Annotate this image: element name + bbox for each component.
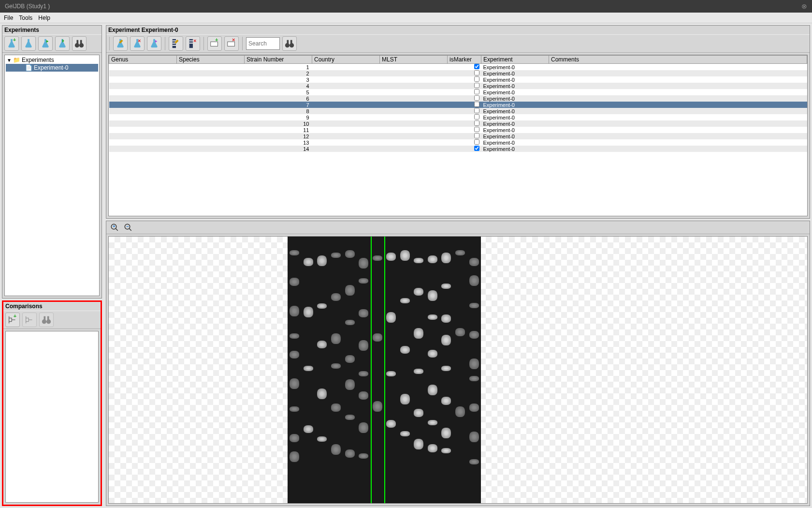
svg-rect-3 [77, 40, 79, 44]
flask-button[interactable] [21, 36, 36, 51]
svg-text:×: × [232, 38, 235, 43]
tree-dup-button[interactable] [22, 313, 37, 327]
svg-text:−: − [126, 224, 129, 229]
tree-add-button[interactable]: + [5, 313, 20, 327]
svg-text:+: + [13, 38, 16, 43]
table-row[interactable]: 3Experiment-0 [109, 76, 807, 83]
comparisons-panel-title: Comparisons [3, 302, 101, 311]
experiments-panel-title: Experiments [2, 26, 102, 34]
tag-delete-button[interactable]: × [224, 36, 239, 51]
ismarker-checkbox[interactable] [474, 139, 479, 145]
ismarker-checkbox[interactable] [474, 108, 479, 113]
lane-marker-left[interactable] [371, 237, 372, 503]
binoculars-button-comparisons[interactable] [39, 313, 54, 327]
ismarker-checkbox[interactable] [474, 114, 479, 120]
flask-export-button[interactable] [55, 36, 70, 51]
svg-rect-17 [189, 43, 193, 44]
gel-viewer-panel: + − [106, 221, 810, 506]
table-row[interactable]: 13Experiment-0 [109, 139, 807, 146]
ismarker-checkbox[interactable] [474, 89, 479, 94]
window-titlebar: GelJDB (Study1 ) ⊗ [0, 0, 812, 13]
col-strain[interactable]: Strain Number [245, 56, 312, 64]
table-row[interactable]: 6Experiment-0 [109, 95, 807, 102]
tag-add-button[interactable]: + [207, 36, 222, 51]
col-country[interactable]: Country [312, 56, 380, 64]
svg-rect-12 [173, 41, 176, 42]
table-row[interactable]: 12Experiment-0 [109, 133, 807, 139]
experiment-toolbar: × × + × [106, 34, 810, 53]
menu-tools[interactable]: Tools [19, 15, 32, 21]
ismarker-checkbox[interactable] [474, 83, 479, 88]
ismarker-checkbox[interactable] [474, 146, 479, 151]
table-row[interactable]: 5Experiment-0 [109, 89, 807, 95]
experiment-detail-title: Experiment Experiment-0 [106, 26, 810, 34]
tree-item-experiment-0[interactable]: 📄 Experiment-0 [6, 64, 98, 72]
binoculars-button[interactable] [72, 36, 87, 51]
lane-marker-right[interactable] [384, 237, 385, 503]
table-row[interactable]: 2Experiment-0 [109, 70, 807, 76]
window-title: GelJDB (Study1 ) [5, 0, 50, 13]
col-genus[interactable]: Genus [109, 56, 177, 64]
strains-table[interactable]: Genus Species Strain Number Country MLST… [109, 55, 807, 152]
flask-edit-button[interactable] [113, 36, 128, 51]
col-species[interactable]: Species [177, 56, 245, 64]
experiments-tree[interactable]: ▼ 📁 Experiments 📄 Experiment-0 [4, 55, 100, 296]
svg-point-1 [75, 43, 79, 47]
comparisons-tree[interactable] [5, 331, 99, 503]
svg-rect-16 [189, 41, 193, 42]
binoculars-search-button[interactable] [282, 36, 297, 51]
experiment-detail-panel: Experiment Experiment-0 × × + × [106, 25, 810, 219]
strains-table-wrap: Genus Species Strain Number Country MLST… [108, 55, 808, 216]
ismarker-checkbox[interactable] [474, 64, 479, 69]
svg-text:+: + [113, 224, 115, 229]
flask-add-button[interactable]: + [4, 36, 19, 51]
col-ismarker[interactable]: isMarker [448, 56, 481, 64]
ismarker-checkbox[interactable] [474, 127, 479, 132]
search-input[interactable] [246, 37, 280, 50]
ismarker-checkbox[interactable] [474, 70, 479, 75]
bands-edit-button[interactable] [169, 36, 183, 51]
col-comments[interactable]: Comments [549, 56, 807, 64]
col-mlst[interactable]: MLST [380, 56, 448, 64]
bands-delete-button[interactable]: × [186, 36, 200, 51]
svg-text:+: + [14, 314, 16, 319]
svg-line-31 [129, 228, 131, 231]
table-row[interactable]: 10Experiment-0 [109, 120, 807, 127]
table-row[interactable]: 8Experiment-0 [109, 108, 807, 114]
svg-text:×: × [193, 38, 196, 44]
tree-root-label: Experiments [22, 57, 54, 63]
svg-rect-8 [44, 316, 46, 320]
table-row[interactable]: 9Experiment-0 [109, 114, 807, 120]
ismarker-checkbox[interactable] [474, 76, 479, 82]
file-icon: 📄 [25, 64, 32, 71]
table-row[interactable]: 7Experiment-0 [109, 102, 807, 108]
table-row[interactable]: 1Experiment-0 [109, 64, 807, 71]
zoom-in-button[interactable]: + [109, 223, 120, 232]
tree-item-label: Experiment-0 [34, 64, 68, 71]
flask-delete-button[interactable]: × [130, 36, 145, 51]
menu-help[interactable]: Help [38, 15, 50, 21]
experiments-panel: Experiments + ▼ 📁 Experiments 📄 Experime… [2, 25, 102, 299]
menu-file[interactable]: File [4, 15, 13, 21]
tree-root[interactable]: ▼ 📁 Experiments [6, 56, 98, 64]
ismarker-checkbox[interactable] [474, 120, 479, 126]
ismarker-checkbox[interactable] [474, 95, 479, 101]
zoom-out-button[interactable]: − [122, 223, 134, 232]
svg-rect-9 [47, 316, 49, 320]
col-experiment[interactable]: Experiment [481, 56, 549, 64]
flask-dup-button[interactable] [147, 36, 161, 51]
svg-text:+: + [215, 38, 218, 43]
svg-line-28 [116, 228, 118, 231]
experiments-toolbar: + [2, 34, 102, 53]
table-row[interactable]: 11Experiment-0 [109, 127, 807, 133]
gel-viewer[interactable] [108, 236, 808, 504]
gel-image [288, 237, 481, 503]
ismarker-checkbox[interactable] [474, 102, 479, 107]
close-icon[interactable]: ⊗ [801, 0, 807, 13]
chevron-down-icon[interactable]: ▼ [7, 58, 12, 63]
svg-point-2 [79, 43, 84, 47]
ismarker-checkbox[interactable] [474, 133, 479, 138]
flask-run-button[interactable] [38, 36, 53, 51]
table-row[interactable]: 14Experiment-0 [109, 146, 807, 152]
table-row[interactable]: 4Experiment-0 [109, 83, 807, 89]
